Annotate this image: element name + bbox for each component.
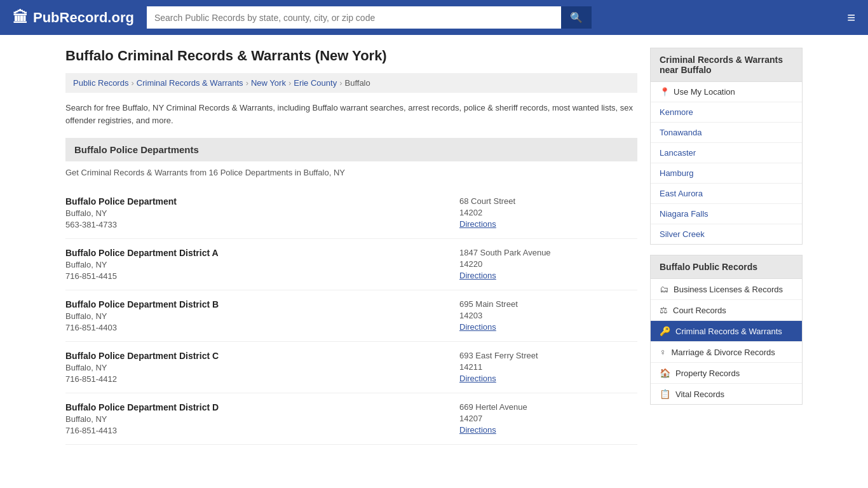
location-icon: 📍 xyxy=(660,87,670,97)
dept-zip-3: 14211 xyxy=(459,362,637,372)
dept-phone-4: 716-851-4413 xyxy=(65,426,447,435)
dept-city-2: Buffalo, NY xyxy=(65,311,447,321)
dept-address-2: 695 Main Street xyxy=(459,299,637,309)
dept-zip-1: 14220 xyxy=(459,259,637,269)
nearby-box: Criminal Records & Warrants near Buffalo… xyxy=(650,48,803,245)
breadcrumb-sep-3: › xyxy=(288,78,291,88)
nearby-city-2[interactable]: Lancaster xyxy=(651,143,802,163)
dept-city-3: Buffalo, NY xyxy=(65,363,447,372)
pr-label-0: Business Licenses & Records xyxy=(674,285,783,294)
dept-name-2: Buffalo Police Department District B xyxy=(65,299,447,309)
breadcrumb-buffalo: Buffalo xyxy=(345,78,370,88)
pr-icon-2: 🔑 xyxy=(660,326,670,336)
dept-city-0: Buffalo, NY xyxy=(65,208,447,218)
departments-list: Buffalo Police Department Buffalo, NY 56… xyxy=(65,187,637,445)
pr-icon-0: 🗂 xyxy=(660,284,668,294)
section-header: Buffalo Police Departments xyxy=(65,138,637,161)
page-title: Buffalo Criminal Records & Warrants (New… xyxy=(65,48,637,64)
dept-right-4: 669 Hertel Avenue 14207 Directions xyxy=(459,402,637,435)
pr-icon-1: ⚖ xyxy=(660,305,668,315)
logo-text: PubRecord.org xyxy=(33,10,134,26)
breadcrumb-sep-2: › xyxy=(246,78,248,88)
nearby-city-4[interactable]: East Aurora xyxy=(651,184,802,204)
nearby-title: Criminal Records & Warrants near Buffalo xyxy=(651,48,802,82)
breadcrumb-new-york[interactable]: New York xyxy=(251,78,286,88)
breadcrumb-public-records[interactable]: Public Records xyxy=(73,78,128,88)
public-records-box: Buffalo Public Records 🗂Business License… xyxy=(650,255,803,405)
main-content: Buffalo Criminal Records & Warrants (New… xyxy=(65,48,637,445)
pr-label-1: Court Records xyxy=(673,306,726,315)
search-button[interactable]: 🔍 xyxy=(561,6,592,29)
use-location-item[interactable]: 📍 Use My Location xyxy=(651,82,802,102)
dept-directions-0[interactable]: Directions xyxy=(459,219,496,229)
pub-records-item-3[interactable]: ♀Marriage & Divorce Records xyxy=(651,342,802,363)
dept-city-1: Buffalo, NY xyxy=(65,260,447,269)
pub-records-item-1[interactable]: ⚖Court Records xyxy=(651,300,802,321)
dept-phone-1: 716-851-4415 xyxy=(65,271,447,281)
use-location-label: Use My Location xyxy=(674,87,735,97)
nearby-city-3[interactable]: Hamburg xyxy=(651,163,802,184)
dept-phone-2: 716-851-4403 xyxy=(65,323,447,332)
dept-entry-1: Buffalo Police Department District A Buf… xyxy=(65,239,637,290)
breadcrumb-erie-county[interactable]: Erie County xyxy=(294,78,337,88)
dept-directions-3[interactable]: Directions xyxy=(459,374,496,383)
site-header: 🏛 PubRecord.org 🔍 ≡ xyxy=(0,0,868,35)
dept-right-3: 693 East Ferry Street 14211 Directions xyxy=(459,351,637,384)
dept-left-1: Buffalo Police Department District A Buf… xyxy=(65,248,459,281)
pr-icon-3: ♀ xyxy=(660,347,667,357)
logo-icon: 🏛 xyxy=(13,9,28,27)
dept-city-4: Buffalo, NY xyxy=(65,414,447,424)
nearby-cities-list: KenmoreTonawandaLancasterHamburgEast Aur… xyxy=(651,102,802,244)
dept-name-0: Buffalo Police Department xyxy=(65,196,447,207)
dept-address-4: 669 Hertel Avenue xyxy=(459,402,637,412)
section-description: Get Criminal Records & Warrants from 16 … xyxy=(65,168,637,177)
dept-left-4: Buffalo Police Department District D Buf… xyxy=(65,402,459,435)
pub-records-item-2[interactable]: 🔑Criminal Records & Warrants xyxy=(651,321,802,342)
pr-icon-4: 🏠 xyxy=(660,368,670,378)
dept-address-0: 68 Court Street xyxy=(459,196,637,206)
dept-directions-1[interactable]: Directions xyxy=(459,271,496,280)
pub-records-item-0[interactable]: 🗂Business Licenses & Records xyxy=(651,279,802,300)
public-records-links: 🗂Business Licenses & Records⚖Court Recor… xyxy=(651,279,802,404)
pub-records-item-4[interactable]: 🏠Property Records xyxy=(651,363,802,384)
dept-entry-2: Buffalo Police Department District B Buf… xyxy=(65,290,637,342)
dept-left-0: Buffalo Police Department Buffalo, NY 56… xyxy=(65,196,459,229)
menu-button[interactable]: ≡ xyxy=(847,10,855,26)
logo[interactable]: 🏛 PubRecord.org xyxy=(13,9,134,27)
page-description: Search for free Buffalo, NY Criminal Rec… xyxy=(65,102,637,126)
dept-address-3: 693 East Ferry Street xyxy=(459,351,637,360)
breadcrumb: Public Records › Criminal Records & Warr… xyxy=(65,73,637,93)
nearby-city-5[interactable]: Niagara Falls xyxy=(651,204,802,224)
breadcrumb-sep-4: › xyxy=(339,78,342,88)
nearby-city-0[interactable]: Kenmore xyxy=(651,102,802,123)
breadcrumb-criminal-records[interactable]: Criminal Records & Warrants xyxy=(137,78,243,88)
sidebar: Criminal Records & Warrants near Buffalo… xyxy=(650,48,803,445)
dept-phone-0: 563-381-4733 xyxy=(65,220,447,229)
search-input[interactable] xyxy=(147,6,561,29)
pr-icon-5: 📋 xyxy=(660,389,670,399)
pr-label-3: Marriage & Divorce Records xyxy=(672,348,775,357)
dept-name-3: Buffalo Police Department District C xyxy=(65,351,447,361)
dept-zip-4: 14207 xyxy=(459,414,637,423)
nearby-city-6[interactable]: Silver Creek xyxy=(651,224,802,244)
dept-directions-2[interactable]: Directions xyxy=(459,322,496,332)
dept-left-2: Buffalo Police Department District B Buf… xyxy=(65,299,459,332)
dept-zip-0: 14202 xyxy=(459,208,637,217)
dept-left-3: Buffalo Police Department District C Buf… xyxy=(65,351,459,384)
section-header-text: Buffalo Police Departments xyxy=(74,144,199,155)
dept-name-4: Buffalo Police Department District D xyxy=(65,402,447,412)
nearby-city-1[interactable]: Tonawanda xyxy=(651,123,802,143)
dept-entry-0: Buffalo Police Department Buffalo, NY 56… xyxy=(65,187,637,239)
dept-entry-4: Buffalo Police Department District D Buf… xyxy=(65,393,637,445)
pr-label-5: Vital Records xyxy=(675,390,724,399)
dept-address-1: 1847 South Park Avenue xyxy=(459,248,637,257)
public-records-title: Buffalo Public Records xyxy=(651,255,802,279)
dept-name-1: Buffalo Police Department District A xyxy=(65,248,447,258)
dept-directions-4[interactable]: Directions xyxy=(459,425,496,435)
dept-right-1: 1847 South Park Avenue 14220 Directions xyxy=(459,248,637,281)
pub-records-item-5[interactable]: 📋Vital Records xyxy=(651,384,802,404)
dept-phone-3: 716-851-4412 xyxy=(65,374,447,384)
search-bar: 🔍 xyxy=(147,6,592,29)
dept-entry-3: Buffalo Police Department District C Buf… xyxy=(65,342,637,393)
dept-zip-2: 14203 xyxy=(459,311,637,320)
